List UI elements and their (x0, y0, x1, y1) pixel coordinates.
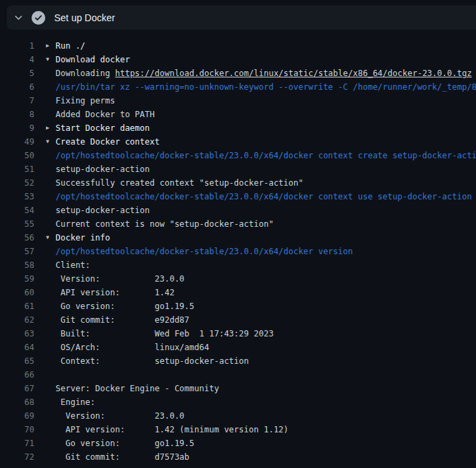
line-number[interactable]: 61 (0, 299, 34, 313)
log-line: 61 Go version: go1.19.5 (0, 299, 476, 313)
group-collapsed-icon[interactable]: ▶ (34, 39, 56, 53)
log-text: Fixing perms (56, 94, 115, 108)
gutter-spacer (34, 354, 56, 368)
line-number[interactable]: 6 (0, 80, 34, 94)
log-line: 58Client: (0, 258, 476, 272)
group-expanded-icon[interactable]: ▼ (34, 53, 56, 66)
log-line: 60 API version: 1.42 (0, 286, 476, 299)
line-number[interactable]: 65 (0, 354, 34, 368)
log-text: Go version: go1.19.5 (56, 436, 194, 450)
line-number[interactable]: 51 (0, 162, 34, 176)
line-number[interactable]: 1 (0, 39, 34, 53)
gutter-spacer (34, 327, 56, 341)
log-line: 72 Git commit: d7573ab (0, 450, 476, 464)
gutter-spacer (34, 94, 56, 108)
check-circle-icon (32, 11, 45, 25)
line-number[interactable]: 50 (0, 149, 34, 162)
gutter-spacer (34, 395, 56, 409)
line-number[interactable]: 63 (0, 327, 34, 341)
line-number[interactable]: 52 (0, 176, 34, 190)
line-number[interactable]: 60 (0, 286, 34, 299)
gutter-spacer (34, 341, 56, 354)
line-number[interactable]: 55 (0, 217, 34, 231)
log-text: API version: 1.42 (56, 286, 174, 299)
log-text: Built: Wed Feb 1 17:43:29 2023 (56, 327, 274, 341)
line-number[interactable]: 71 (0, 436, 34, 450)
log-line: 68 Engine: (0, 395, 476, 409)
log-text: /opt/hostedtoolcache/docker-stable/23.0.… (56, 245, 353, 258)
gutter-spacer (34, 149, 56, 162)
log-text: Git commit: d7573ab (56, 450, 189, 464)
line-number[interactable]: 59 (0, 272, 34, 286)
line-number[interactable]: 54 (0, 204, 34, 217)
log-text: Client: (56, 258, 91, 272)
log-line: 71 Go version: go1.19.5 (0, 436, 476, 450)
gutter-spacer (34, 190, 56, 204)
group-expanded-icon[interactable]: ▼ (34, 231, 56, 245)
gutter-spacer (34, 108, 56, 121)
log-text: Go version: go1.19.5 (56, 299, 194, 313)
line-number[interactable]: 53 (0, 190, 34, 204)
log-text: Version: 23.0.0 (56, 272, 185, 286)
group-title: Create Docker context (56, 135, 160, 149)
log-text: Context: setup-docker-action (56, 354, 249, 368)
log-text: Current context is now "setup-docker-act… (56, 217, 274, 231)
line-number[interactable]: 67 (0, 382, 34, 395)
line-number[interactable]: 66 (0, 368, 34, 382)
line-number[interactable]: 4 (0, 53, 34, 66)
line-number[interactable]: 49 (0, 135, 34, 149)
log-line[interactable]: 1▶Run ./ (0, 39, 476, 53)
gutter-spacer (34, 204, 56, 217)
step-header[interactable]: Set up Docker (7, 5, 476, 29)
gutter-spacer (34, 217, 56, 231)
log-line[interactable]: 56▼Docker info (0, 231, 476, 245)
line-number[interactable]: 64 (0, 341, 34, 354)
log-line: 7Fixing perms (0, 94, 476, 108)
line-number[interactable]: 5 (0, 66, 34, 80)
log-text: Downloading https://download.docker.com/… (56, 66, 472, 80)
log-line: 70 API version: 1.42 (minimum version 1.… (0, 423, 476, 436)
log-line: 53/opt/hostedtoolcache/docker-stable/23.… (0, 190, 476, 204)
log-text: /opt/hostedtoolcache/docker-stable/23.0.… (56, 149, 476, 162)
line-number[interactable]: 62 (0, 313, 34, 327)
log-line[interactable]: 49▼Create Docker context (0, 135, 476, 149)
line-number[interactable]: 56 (0, 231, 34, 245)
log-text: Successfully created context "setup-dock… (56, 176, 303, 190)
log-line: 59 Version: 23.0.0 (0, 272, 476, 286)
log-url-link[interactable]: https://download.docker.com/linux/static… (115, 69, 472, 78)
log-text: Version: 23.0.0 (56, 409, 185, 423)
log-line: 6/usr/bin/tar xz --warning=no-unknown-ke… (0, 80, 476, 94)
line-number[interactable]: 69 (0, 409, 34, 423)
gutter-spacer (34, 313, 56, 327)
gutter-spacer (34, 423, 56, 436)
gutter-spacer (34, 245, 56, 258)
line-number[interactable]: 70 (0, 423, 34, 436)
gutter-spacer (34, 450, 56, 464)
group-expanded-icon[interactable]: ▼ (34, 135, 56, 149)
line-number[interactable]: 72 (0, 450, 34, 464)
log-line[interactable]: 9▶Start Docker daemon (0, 121, 476, 135)
log-text: Engine: (56, 395, 95, 409)
log-line: 67Server: Docker Engine - Community (0, 382, 476, 395)
step-title: Set up Docker (54, 12, 115, 23)
line-number[interactable]: 7 (0, 94, 34, 108)
line-number[interactable]: 68 (0, 395, 34, 409)
log-text: Server: Docker Engine - Community (56, 382, 219, 395)
line-number[interactable]: 9 (0, 121, 34, 135)
gutter-spacer (34, 286, 56, 299)
log-lines: 1▶Run ./4▼Download docker5Downloading ht… (0, 29, 476, 464)
log-line: 55Current context is now "setup-docker-a… (0, 217, 476, 231)
line-number[interactable]: 8 (0, 108, 34, 121)
group-title: Docker info (56, 231, 110, 245)
log-line: 62 Git commit: e92dd87 (0, 313, 476, 327)
log-line: 51setup-docker-action (0, 162, 476, 176)
line-number[interactable]: 58 (0, 258, 34, 272)
gutter-spacer (34, 258, 56, 272)
log-line[interactable]: 4▼Download docker (0, 53, 476, 66)
log-line: 66 (0, 368, 476, 382)
gutter-spacer (34, 66, 56, 80)
log-line: 64 OS/Arch: linux/amd64 (0, 341, 476, 354)
chevron-down-icon[interactable] (13, 12, 24, 23)
line-number[interactable]: 57 (0, 245, 34, 258)
group-collapsed-icon[interactable]: ▶ (34, 121, 56, 135)
